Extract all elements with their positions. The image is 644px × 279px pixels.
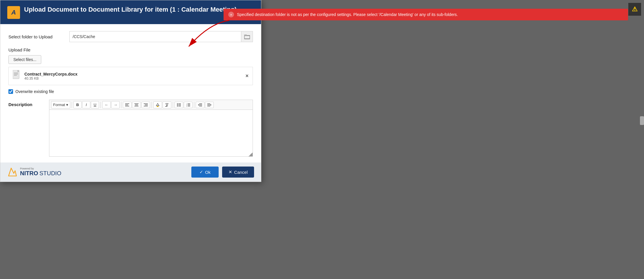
error-banner: × Specified destination folder is not as…	[224, 9, 628, 20]
indent-less-button[interactable]	[196, 102, 204, 108]
chevron-down-icon: ▾	[66, 103, 68, 107]
nitro-text: NITRO	[20, 170, 38, 176]
ordered-list-button[interactable]: 1.2.3.	[184, 102, 193, 108]
svg-rect-4	[245, 36, 249, 38]
footer-logo: Powered by NITRO STUDIO	[7, 167, 61, 177]
ok-button[interactable]: ✓ Ok	[191, 167, 219, 178]
folder-input-wrap	[69, 31, 253, 42]
indent-more-button[interactable]	[205, 102, 214, 108]
folder-browse-icon	[244, 34, 250, 39]
svg-marker-42	[211, 104, 211, 105]
overwrite-row: Overwrite existing file	[8, 89, 253, 94]
editor-resize-handle[interactable]	[249, 152, 253, 156]
overwrite-checkbox[interactable]	[8, 89, 13, 94]
format-dropdown[interactable]: Format ▾	[51, 101, 70, 108]
underline-button[interactable]: U	[91, 101, 99, 108]
toolbar-divider-4	[152, 102, 152, 108]
file-item-info: Contract_MercyCorps.docx 40.35 KB	[13, 70, 78, 82]
folder-label: Select folder to Upload	[8, 34, 69, 39]
bold-button[interactable]: B	[73, 101, 82, 108]
modal-header: A Upload Document to Document Library fo…	[0, 0, 261, 24]
modal-footer: Powered by NITRO STUDIO ✓ Ok ✕ Cancel	[0, 162, 261, 182]
folder-row: Select folder to Upload	[8, 31, 253, 42]
modal-title: Upload Document to Document Library for …	[24, 6, 237, 14]
studio-text: STUDIO	[39, 170, 62, 176]
svg-marker-43	[9, 168, 17, 176]
ok-label: Ok	[205, 170, 211, 175]
svg-marker-38	[198, 104, 199, 105]
editor-toolbar: Format ▾ B I U ← →	[49, 100, 253, 110]
upload-file-section: Upload File Select files...	[8, 47, 253, 85]
checkmark-icon: ✓	[199, 169, 203, 175]
highlight-button[interactable]	[153, 101, 162, 108]
folder-input[interactable]	[70, 32, 241, 41]
toolbar-divider-6	[194, 102, 194, 108]
description-editor[interactable]	[49, 110, 253, 157]
align-right-button[interactable]	[141, 102, 150, 108]
upload-file-label: Upload File	[8, 47, 253, 52]
svg-rect-2	[244, 35, 247, 36]
file-remove-button[interactable]: ×	[245, 73, 249, 79]
svg-rect-21	[157, 106, 159, 107]
warning-corner-icon: ⚠	[628, 3, 641, 16]
clear-format-button[interactable]	[163, 101, 171, 108]
align-left-button[interactable]	[123, 102, 132, 108]
toolbar-divider-2	[100, 102, 101, 108]
footer-buttons: ✓ Ok ✕ Cancel	[191, 167, 254, 178]
cancel-button[interactable]: ✕ Cancel	[222, 167, 254, 178]
toolbar-divider-3	[121, 102, 121, 108]
align-center-button[interactable]	[132, 102, 141, 108]
file-size: 40.35 KB	[24, 76, 78, 81]
svg-point-25	[177, 104, 178, 105]
cancel-label: Cancel	[234, 170, 248, 175]
app-logo: A	[7, 6, 20, 19]
file-type-icon	[13, 70, 21, 82]
overwrite-label: Overwrite existing file	[15, 89, 54, 94]
description-editor-wrap: Format ▾ B I U ← →	[49, 100, 253, 157]
file-item: Contract_MercyCorps.docx 40.35 KB ×	[8, 67, 253, 85]
times-icon: ✕	[229, 169, 232, 175]
error-close-button[interactable]: ×	[228, 12, 234, 17]
svg-text:3.: 3.	[186, 105, 187, 107]
nitro-brand: Powered by NITRO STUDIO	[20, 167, 61, 177]
description-label: Description	[8, 100, 43, 157]
upload-modal: A Upload Document to Document Library fo…	[0, 0, 261, 182]
modal-body: Select folder to Upload Upload File Sele…	[0, 24, 261, 162]
file-details: Contract_MercyCorps.docx 40.35 KB	[24, 72, 78, 81]
toolbar-divider-5	[173, 102, 173, 108]
file-name: Contract_MercyCorps.docx	[24, 72, 78, 76]
format-label: Format	[53, 103, 65, 107]
description-section: Description Format ▾ B I U ← →	[8, 100, 253, 157]
editor-content-area[interactable]	[49, 110, 253, 156]
scrollbar-thumb[interactable]	[640, 116, 644, 125]
error-message: Specified destination folder is not as p…	[237, 12, 458, 17]
nitro-logo-icon	[7, 167, 18, 177]
svg-point-27	[177, 105, 178, 106]
undo-button[interactable]: ←	[102, 101, 111, 108]
select-files-button[interactable]: Select files...	[8, 55, 41, 64]
unordered-list-button[interactable]	[175, 102, 183, 108]
svg-point-23	[177, 103, 178, 104]
italic-button[interactable]: I	[82, 101, 90, 108]
powered-by-text: Powered by	[20, 167, 61, 170]
toolbar-divider-1	[72, 102, 72, 108]
redo-button[interactable]: →	[111, 101, 120, 108]
folder-browse-button[interactable]	[241, 31, 253, 42]
